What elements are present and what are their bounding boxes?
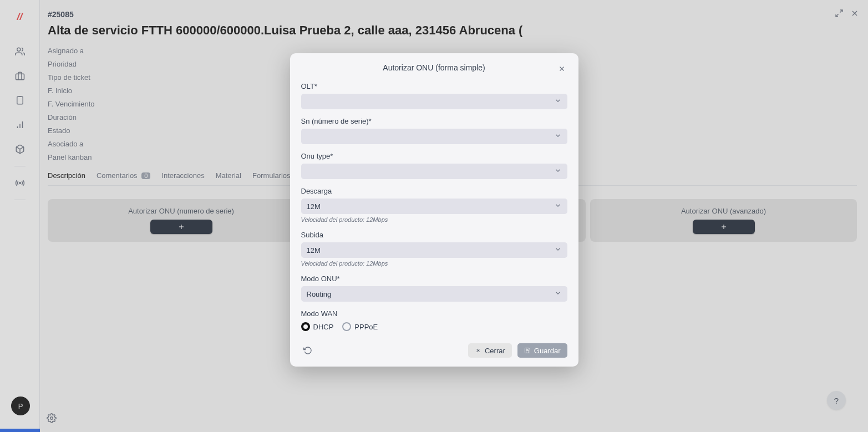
sn-select[interactable] bbox=[301, 129, 567, 144]
chevron-down-icon bbox=[554, 167, 562, 176]
modo-wan-label: Modo WAN bbox=[301, 309, 567, 318]
modal-overlay: Autorizar ONU (forma simple) OLT* Sn (nú… bbox=[0, 0, 868, 432]
onu-type-select[interactable] bbox=[301, 164, 567, 179]
descarga-select[interactable]: 12M bbox=[301, 199, 567, 214]
close-button-label: Cerrar bbox=[485, 347, 505, 355]
radio-pppoe[interactable]: PPPoE bbox=[342, 322, 378, 331]
radio-dhcp-label: DHCP bbox=[313, 323, 334, 331]
radio-dhcp[interactable]: DHCP bbox=[301, 322, 334, 331]
modo-onu-value: Routing bbox=[307, 290, 332, 298]
chevron-down-icon bbox=[554, 246, 562, 255]
authorize-onu-modal: Autorizar ONU (forma simple) OLT* Sn (nú… bbox=[290, 53, 578, 367]
reset-icon[interactable] bbox=[301, 344, 314, 357]
sn-label: Sn (número de serie)* bbox=[301, 117, 567, 125]
save-button[interactable]: Guardar bbox=[517, 343, 567, 358]
subida-label: Subida bbox=[301, 231, 567, 239]
save-button-label: Guardar bbox=[534, 347, 561, 355]
subida-select[interactable]: 12M bbox=[301, 242, 567, 258]
radio-circle-icon bbox=[301, 322, 310, 331]
chevron-down-icon bbox=[554, 289, 562, 299]
modo-onu-select[interactable]: Routing bbox=[301, 286, 567, 302]
modo-wan-radios: DHCP PPPoE bbox=[301, 322, 567, 331]
radio-circle-icon bbox=[342, 322, 351, 331]
descarga-value: 12M bbox=[307, 202, 321, 211]
subida-helper: Velocidad del producto: 12Mbps bbox=[301, 260, 567, 267]
descarga-helper: Velocidad del producto: 12Mbps bbox=[301, 216, 567, 223]
olt-select[interactable] bbox=[301, 94, 567, 109]
onu-type-label: Onu type* bbox=[301, 152, 567, 160]
close-button[interactable]: Cerrar bbox=[468, 343, 512, 358]
chevron-down-icon bbox=[554, 97, 562, 106]
subida-value: 12M bbox=[307, 246, 321, 255]
radio-pppoe-label: PPPoE bbox=[354, 323, 378, 331]
modal-title: Autorizar ONU (forma simple) bbox=[383, 63, 485, 72]
chevron-down-icon bbox=[554, 132, 562, 141]
olt-label: OLT* bbox=[301, 82, 567, 90]
close-icon[interactable] bbox=[556, 63, 567, 74]
chevron-down-icon bbox=[554, 202, 562, 211]
descarga-label: Descarga bbox=[301, 187, 567, 195]
modal-header: Autorizar ONU (forma simple) bbox=[301, 63, 567, 82]
modo-onu-label: Modo ONU* bbox=[301, 275, 567, 283]
modal-footer: Cerrar Guardar bbox=[301, 343, 567, 358]
